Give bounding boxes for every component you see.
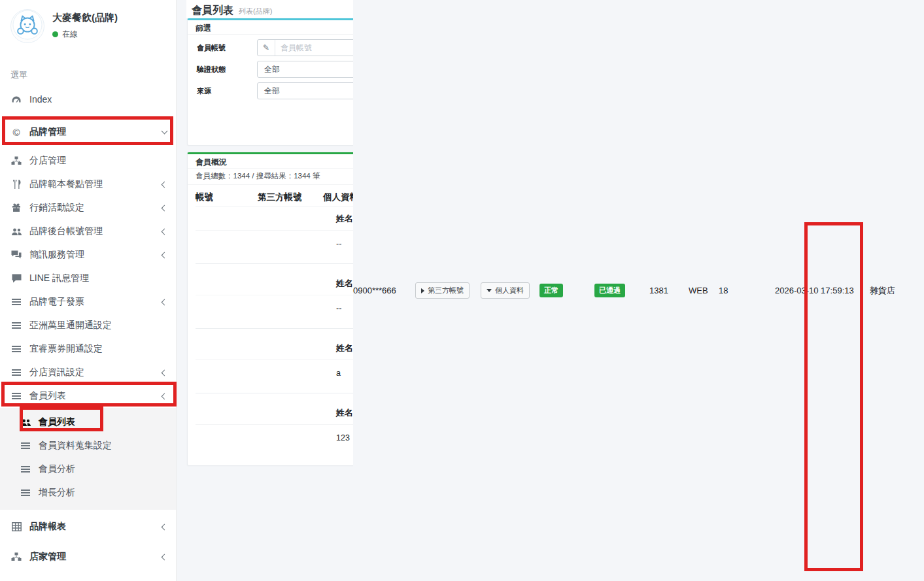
sidebar-item-branch-info[interactable]: 分店資訊設定 [0, 361, 176, 384]
pencil-icon: ✎ [258, 40, 275, 56]
third-party-expand-button[interactable]: 第三方帳號 [415, 282, 470, 299]
sitemap-icon [10, 552, 22, 561]
account-cell: 0900***666 [353, 286, 415, 295]
last-checkout-cell: 2026-03-10 17:59:13 [775, 286, 870, 295]
chevron-left-icon [162, 369, 168, 376]
sidebar-item-label: LINE 訊息管理 [29, 273, 167, 284]
chevron-left-icon [162, 181, 168, 188]
chevron-left-icon [162, 205, 168, 211]
menu-section-label: 選單 [0, 60, 176, 85]
sidebar-item-label: 品牌管理 [29, 126, 155, 138]
chevron-left-icon [162, 252, 168, 258]
source-store-cell: 雜貨店 [870, 285, 924, 297]
sidebar-menu: Index © 品牌管理 分店管理 品牌範本餐點管理 [0, 88, 176, 581]
sidebar-item-menu-template[interactable]: 品牌範本餐點管理 [0, 173, 176, 196]
member-account-label: 會員帳號 [197, 43, 257, 53]
verify-code-cell: 1381 [649, 286, 689, 295]
sidebar-item-store-mgmt[interactable]: 店家管理 [0, 544, 176, 570]
sidebar-item-e-invoice[interactable]: 品牌電子發票 [0, 290, 176, 314]
bars-icon [10, 325, 22, 326]
gift-icon [10, 203, 22, 212]
brand-name: 大麥餐飲(品牌) [52, 12, 118, 24]
sidebar-item-brand-mgmt[interactable]: © 品牌管理 [0, 119, 176, 145]
dashboard-icon [10, 95, 22, 104]
sidebar-item-line-messages[interactable]: LINE 訊息管理 [0, 267, 176, 290]
sidebar-subitem-member-analysis[interactable]: 會員分析 [0, 457, 176, 481]
chevron-down-icon [162, 128, 168, 135]
users-icon [20, 418, 31, 427]
member-list-submenu: 會員列表 會員資料蒐集設定 會員分析 增長分析 [0, 408, 176, 510]
select-value: 全部 [258, 64, 292, 75]
verify-status-label: 驗證狀態 [197, 65, 257, 75]
sidebar-item-label: 亞洲萬里通開通設定 [29, 320, 167, 331]
sidebar-item-label: 品牌後台帳號管理 [29, 225, 155, 237]
bars-icon [20, 445, 31, 446]
page-title: 會員列表 [192, 4, 233, 18]
sidebar-item-label: 行銷活動設定 [29, 202, 155, 214]
cat-logo-icon [12, 10, 43, 42]
sidebar-subitem-member-data-collection[interactable]: 會員資料蒐集設定 [0, 434, 176, 457]
checkout-count-cell: 18 [719, 286, 775, 295]
sidebar-item-index[interactable]: Index [0, 88, 176, 111]
member-entry: 0900***666 第三方帳號 個人資料 正常 已通過 1381 WEB 18… [196, 401, 914, 457]
page-subtitle: 列表(品牌) [239, 7, 272, 16]
copyright-icon: © [10, 127, 22, 138]
comment-icon [10, 274, 22, 283]
sidebar-subitem-member-list[interactable]: 會員列表 [0, 410, 176, 434]
sidebar-item-label: 品牌範本餐點管理 [29, 178, 155, 190]
sidebar: 大麥餐飲(品牌) 在線 選單 Index © 品牌管理 [0, 0, 177, 581]
brand-header: 大麥餐飲(品牌) 在線 [0, 0, 176, 60]
col-account: 帳號 [196, 191, 258, 203]
lock-status-badge: 正常 [539, 284, 563, 297]
online-status: 在線 [52, 29, 118, 40]
sidebar-item-label: 分店資訊設定 [29, 367, 155, 378]
bars-icon [20, 492, 31, 493]
member-overview-card: 會員概況 − 會員總數：1344 / 搜尋結果：1344 筆 帳號 第三方帳號 … [187, 152, 923, 466]
bars-icon [10, 301, 22, 303]
sidebar-item-member-list[interactable]: 會員列表 [0, 384, 176, 408]
chevron-left-icon [162, 299, 168, 305]
sidebar-item-edenred[interactable]: 宜睿票券開通設定 [0, 337, 176, 361]
bars-icon [10, 395, 22, 397]
caret-down-icon [487, 289, 492, 292]
sidebar-item-label: 簡訊服務管理 [29, 249, 155, 261]
sidebar-item-label: 品牌報表 [29, 521, 155, 533]
sidebar-item-label: 會員列表 [39, 416, 167, 428]
sidebar-item-label: 店家管理 [29, 551, 155, 563]
brand-avatar [10, 9, 44, 43]
chevron-left-icon [162, 523, 168, 530]
sidebar-item-backend-accounts[interactable]: 品牌後台帳號管理 [0, 220, 176, 243]
sidebar-item-label: 分店管理 [29, 155, 167, 167]
sidebar-item-label: Index [29, 94, 167, 105]
sidebar-item-label: 宜睿票券開通設定 [29, 343, 167, 355]
chevron-left-icon [162, 393, 168, 399]
bars-icon [10, 372, 22, 373]
table-icon [10, 522, 22, 531]
sitemap-icon [10, 156, 22, 165]
bars-icon [10, 348, 22, 350]
chevron-left-icon [162, 554, 168, 560]
select-value: 全部 [258, 86, 292, 97]
sidebar-item-label: 會員分析 [39, 463, 167, 475]
sidebar-item-sms-service[interactable]: 簡訊服務管理 [0, 243, 176, 267]
sidebar-item-label: 增長分析 [39, 487, 167, 499]
sidebar-item-label: 會員列表 [29, 390, 155, 402]
sidebar-item-marketing[interactable]: 行銷活動設定 [0, 196, 176, 220]
personal-data-expand-button[interactable]: 個人資料 [481, 282, 530, 299]
source-label: 來源 [197, 86, 257, 96]
bars-icon [20, 469, 31, 470]
online-status-label: 在線 [62, 29, 78, 40]
sidebar-item-label: 品牌電子發票 [29, 296, 155, 308]
sms-status-badge: 已通過 [594, 284, 625, 297]
sidebar-item-brand-reports[interactable]: 品牌報表 [0, 514, 176, 540]
sidebar-item-pos-mgmt[interactable]: POS管理 [0, 576, 176, 581]
sidebar-item-label: 會員資料蒐集設定 [39, 440, 167, 452]
col-third-party: 第三方帳號 [258, 191, 323, 203]
online-dot-icon [52, 31, 58, 37]
sidebar-subitem-growth-analysis[interactable]: 增長分析 [0, 481, 176, 505]
sidebar-item-branch-mgmt[interactable]: 分店管理 [0, 149, 176, 173]
users-icon [10, 227, 22, 236]
main-content: 會員列表 列表(品牌) 篩選 − 會員帳號 ✎ 驗證狀態 [177, 0, 924, 581]
utensils-icon [10, 180, 22, 189]
sidebar-item-asia-miles[interactable]: 亞洲萬里通開通設定 [0, 314, 176, 337]
